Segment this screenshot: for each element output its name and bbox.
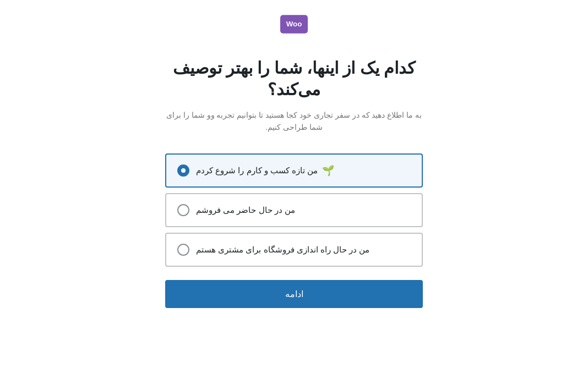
woo-logo: Woo [280, 13, 308, 35]
option-2-radio [177, 204, 189, 216]
option-1-label: من تازه کسب و کارم را شروع کردم [196, 166, 318, 175]
page-subtitle: به ما اطلاع دهید که در سفر تجاری خود کجا… [165, 109, 423, 134]
option-2-label: من در حال حاضر می فروشم [196, 205, 295, 215]
main-content: کدام یک از اینها، شما را بهتر توصیف می‌ک… [156, 46, 432, 319]
options-container: 🌱 من تازه کسب و کارم را شروع کردم من در … [165, 153, 423, 267]
continue-button[interactable]: ادامه [165, 280, 423, 308]
option-1-radio [177, 164, 189, 177]
option-3-label: من در حال راه اندازی فروشگاه برای مشتری … [196, 245, 369, 255]
option-1-emoji: 🌱 [322, 164, 334, 177]
page-title: کدام یک از اینها، شما را بهتر توصیف می‌ک… [165, 57, 423, 100]
woo-logo-icon: Woo [280, 13, 308, 35]
option-3-radio [177, 244, 189, 256]
option-item-1[interactable]: 🌱 من تازه کسب و کارم را شروع کردم [165, 153, 423, 188]
svg-text:Woo: Woo [286, 20, 302, 28]
header: Woo [0, 0, 588, 46]
option-item-3[interactable]: من در حال راه اندازی فروشگاه برای مشتری … [165, 233, 423, 267]
option-item-2[interactable]: من در حال حاضر می فروشم [165, 193, 423, 227]
